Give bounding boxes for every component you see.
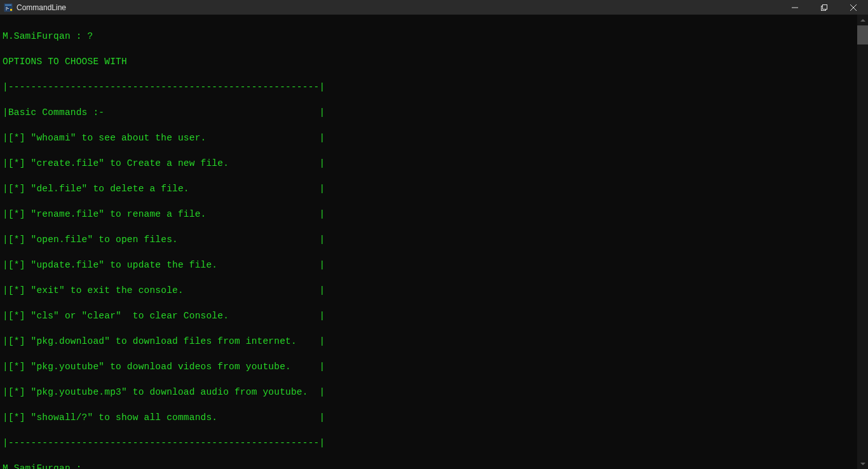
command-item: |[*] "update.file" to update the file. | — [3, 259, 865, 271]
command-item: |[*] "whoami" to see about the user. | — [3, 132, 865, 144]
chevron-down-icon — [860, 463, 865, 465]
scroll-thumb[interactable] — [857, 25, 868, 44]
close-button[interactable] — [839, 0, 868, 15]
command-item: |[*] "exit" to exit the console. | — [3, 284, 865, 297]
cursor — [88, 463, 93, 469]
vertical-scrollbar[interactable] — [857, 15, 868, 469]
chevron-up-icon — [860, 19, 865, 22]
command-item: |[*] "pkg.youtube" to download videos fr… — [3, 360, 865, 373]
svg-rect-8 — [823, 4, 827, 9]
box-border-bottom: |---------------------------------------… — [3, 437, 865, 449]
command-item: |[*] "create.file" to Create a new file.… — [3, 157, 865, 170]
scroll-down-button[interactable] — [857, 458, 868, 469]
command-item: |[*] "rename.file" to rename a file. | — [3, 208, 865, 221]
terminal-output[interactable]: M.SamiFurqan : ? OPTIONS TO CHOOSE WITH … — [0, 15, 868, 469]
box-border-top: |---------------------------------------… — [3, 81, 865, 93]
command-item: |[*] "del.file" to delete a file. | — [3, 182, 865, 195]
command-item: |[*] "open.file" to open files. | — [3, 233, 865, 246]
svg-rect-1 — [5, 4, 11, 6]
svg-rect-4 — [6, 10, 7, 10]
svg-rect-3 — [6, 8, 9, 9]
svg-rect-2 — [6, 7, 8, 8]
maximize-button[interactable] — [810, 0, 839, 15]
command-item: |[*] "pkg.download" to download files fr… — [3, 335, 865, 348]
minimize-button[interactable] — [780, 0, 810, 15]
window-title: CommandLine — [17, 3, 66, 12]
prompt-previous: M.SamiFurqan : ? — [3, 30, 865, 43]
svg-rect-5 — [10, 9, 12, 11]
titlebar-left: CommandLine — [4, 3, 66, 12]
window-controls — [780, 0, 868, 15]
scroll-up-button[interactable] — [857, 15, 868, 25]
command-item: |[*] "showall/?" to show all commands. | — [3, 411, 865, 424]
app-icon — [4, 3, 13, 12]
prompt-current: M.SamiFurqan : — [3, 462, 865, 469]
options-header: OPTIONS TO CHOOSE WITH — [3, 55, 865, 68]
prompt-text: M.SamiFurqan : — [3, 463, 88, 469]
command-item: |[*] "cls" or "clear" to clear Console. … — [3, 309, 865, 322]
section-title: |Basic Commands :- | — [3, 106, 865, 119]
command-item: |[*] "pkg.youtube.mp3" to download audio… — [3, 386, 865, 398]
window-titlebar: CommandLine — [0, 0, 868, 15]
